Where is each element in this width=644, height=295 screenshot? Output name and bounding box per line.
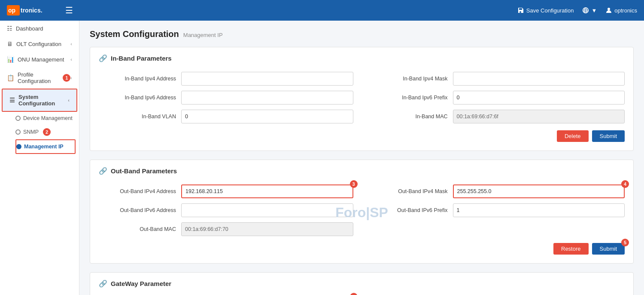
logo: op tronics. <box>7 3 58 17</box>
outband-ipv4-input[interactable] <box>181 184 353 198</box>
chevron-icon: ‹ <box>68 98 70 103</box>
inband-right: In-Band Ipv4 Mask In-Band Ipv6 Prefix In… <box>371 72 625 123</box>
save-config-btn[interactable]: Save Configuration <box>517 7 574 14</box>
inband-ipv4-row: In-Band Ipv4 Address <box>99 72 353 86</box>
inband-left: In-Band Ipv4 Address In-Band Ipv6 Addres… <box>99 72 353 123</box>
sub-item-label: Device Management <box>23 115 73 121</box>
annot-3: 3 <box>350 180 358 188</box>
user-icon <box>605 7 612 14</box>
inband-vlan-input[interactable] <box>181 110 353 123</box>
main-content: System Configuration Management IP 🔗 In-… <box>79 21 644 295</box>
sidebar-item-system[interactable]: ☰ System Configuration ‹ <box>3 89 76 111</box>
sidebar-item-label: Dashboard <box>16 25 43 32</box>
inband-section-header: 🔗 In-Band Parameters <box>99 54 625 64</box>
outband-section: 🔗 Out-Band Parameters Foro|SP Out-Band I… <box>90 160 634 264</box>
outband-right: Out-Band IPv4 Mask 4 Out-Band IPv6 Prefi… <box>371 184 625 236</box>
sidebar-item-snmp[interactable]: SNMP 2 <box>15 125 79 139</box>
inband-ipv4-mask-label: In-Band Ipv4 Mask <box>371 76 448 82</box>
annot-6: 6 <box>350 293 358 295</box>
navbar-right: Save Configuration ▼ optronics <box>517 7 637 14</box>
sidebar-item-management-ip[interactable]: Management IP <box>16 140 75 153</box>
outband-ipv6-input[interactable] <box>181 203 353 217</box>
sidebar-item-dashboard[interactable]: ☷ Dashboard <box>0 21 79 36</box>
outband-left: Out-Band IPv4 Address 3 Out-Band IPv6 Ad… <box>99 184 353 236</box>
sub-item-label: SNMP <box>23 129 39 135</box>
olt-icon: 🖥 <box>7 40 13 47</box>
inband-ipv6-input[interactable] <box>181 91 353 104</box>
sidebar: ☷ Dashboard 🖥 OLT Configuration ‹ 📊 ONU … <box>0 21 79 295</box>
dashboard-icon: ☷ <box>7 25 12 32</box>
user-menu[interactable]: optronics <box>605 7 637 14</box>
inband-ipv6-prefix-input[interactable] <box>453 91 625 104</box>
snmp-badge: 2 <box>43 128 51 136</box>
outband-ipv6-prefix-label: Out-Band IPv6 Prefix <box>371 207 448 213</box>
user-label: optronics <box>614 7 637 14</box>
sidebar-item-profile[interactable]: 📋 Profile Configuration 1 ‹ <box>0 67 79 89</box>
chevron-icon: ‹ <box>70 75 72 80</box>
outband-submit-btn[interactable]: Submit <box>592 243 625 255</box>
sidebar-item-device-management[interactable]: Device Management <box>15 112 79 125</box>
inband-submit-btn[interactable]: Submit <box>592 130 625 142</box>
navbar-left: op tronics. ☰ <box>7 3 73 17</box>
circle-active-icon <box>16 144 21 149</box>
inband-form: In-Band Ipv4 Address In-Band Ipv6 Addres… <box>99 72 625 123</box>
inband-title: In-Band Parameters <box>111 55 172 62</box>
inband-ipv6-prefix-label: In-Band Ipv6 Prefix <box>371 95 448 101</box>
outband-ipv6-prefix-input[interactable] <box>453 203 625 217</box>
outband-mac-label: Out-Band MAC <box>99 226 176 232</box>
page-header: System Configuration Management IP <box>90 29 634 39</box>
inband-vlan-row: In-Band VLAN <box>99 110 353 123</box>
gateway-icon: 🔗 <box>99 280 107 288</box>
hamburger-icon[interactable]: ☰ <box>65 5 73 15</box>
inband-mac-label: In-Band MAC <box>371 114 448 120</box>
inband-vlan-label: In-Band VLAN <box>99 114 176 120</box>
outband-section-header: 🔗 Out-Band Parameters <box>99 167 625 177</box>
inband-delete-btn[interactable]: Delete <box>557 130 589 142</box>
sidebar-item-onu[interactable]: 📊 ONU Management ‹ <box>0 52 79 67</box>
inband-ipv4-input[interactable] <box>181 72 353 86</box>
layout: ☷ Dashboard 🖥 OLT Configuration ‹ 📊 ONU … <box>0 21 644 295</box>
sidebar-item-label: System Configuration <box>18 94 68 107</box>
outband-title: Out-Band Parameters <box>111 167 177 175</box>
outband-ipv6-label: Out-Band IPv6 Address <box>99 207 176 213</box>
chevron-icon: ‹ <box>70 57 72 62</box>
annot-5: 5 <box>621 239 629 246</box>
outband-restore-btn[interactable]: Restore <box>553 243 589 255</box>
chevron-down-icon: ▼ <box>591 7 597 14</box>
logo-svg: op tronics. <box>7 3 58 17</box>
inband-section: 🔗 In-Band Parameters In-Band Ipv4 Addres… <box>90 47 634 151</box>
outband-ipv4-mask-row: Out-Band IPv4 Mask 4 <box>371 184 625 198</box>
outband-mac-row: Out-Band MAC <box>99 222 353 236</box>
gateway-section-header: 🔗 GateWay Parameter <box>99 280 625 289</box>
inband-ipv6-row: In-Band Ipv6 Address <box>99 91 353 104</box>
outband-form: Out-Band IPv4 Address 3 Out-Band IPv6 Ad… <box>99 184 625 236</box>
outband-btn-row: Restore Submit 5 <box>99 243 625 255</box>
save-config-label: Save Configuration <box>526 7 574 14</box>
inband-ipv4-mask-input[interactable] <box>453 72 625 86</box>
globe-icon <box>582 7 589 14</box>
navbar: op tronics. ☰ Save Configuration ▼ optro… <box>0 0 644 21</box>
circle-icon <box>15 116 21 121</box>
outband-ipv4-mask-input[interactable] <box>453 184 625 198</box>
annot-4: 4 <box>621 180 629 188</box>
gateway-section: 🔗 GateWay Parameter IPv4 GateWay 6 <box>90 272 634 295</box>
inband-btn-row: Delete Submit <box>99 130 625 142</box>
sidebar-item-label: ONU Management <box>18 56 64 63</box>
circle-icon <box>15 129 21 135</box>
outband-ipv6-row: Out-Band IPv6 Address <box>99 203 353 217</box>
globe-btn[interactable]: ▼ <box>582 7 597 14</box>
inband-ipv4-label: In-Band Ipv4 Address <box>99 76 176 82</box>
page-title: System Configuration <box>90 29 179 39</box>
inband-icon: 🔗 <box>99 54 107 62</box>
inband-ipv4-mask-row: In-Band Ipv4 Mask <box>371 72 625 86</box>
inband-ipv6-label: In-Band Ipv6 Address <box>99 95 176 101</box>
outband-ipv4-row: Out-Band IPv4 Address 3 <box>99 184 353 198</box>
inband-mac-input <box>453 110 625 123</box>
sidebar-item-label: Profile Configuration <box>18 71 61 84</box>
onu-icon: 📊 <box>7 56 14 63</box>
sidebar-item-olt[interactable]: 🖥 OLT Configuration ‹ <box>0 36 79 52</box>
inband-ipv6-prefix-row: In-Band Ipv6 Prefix <box>371 91 625 104</box>
system-sub-menu: Device Management SNMP 2 Management IP <box>0 112 79 154</box>
svg-text:op: op <box>8 7 15 14</box>
gateway-title: GateWay Parameter <box>111 280 171 287</box>
